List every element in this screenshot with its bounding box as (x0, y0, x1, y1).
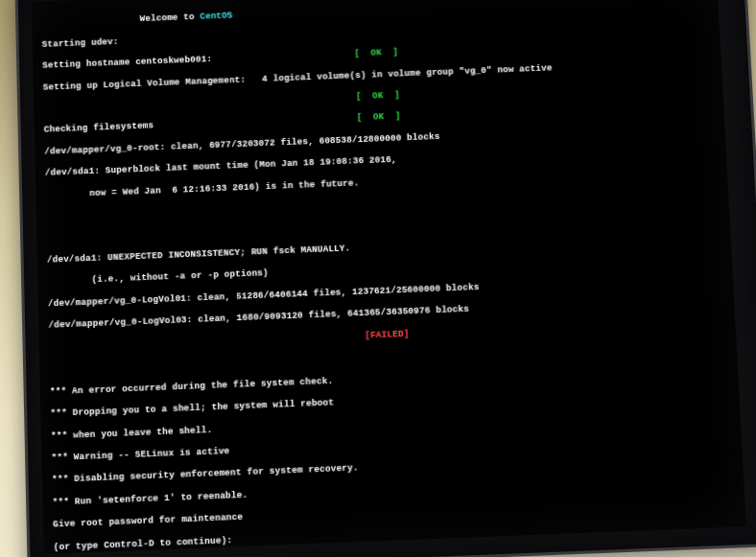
os-name: CentOS (200, 11, 232, 22)
monitor-frame: Welcome to CentOS Starting udev: Setting… (14, 0, 756, 557)
console-screen[interactable]: Welcome to CentOS Starting udev: Setting… (32, 0, 746, 554)
boot-log: Welcome to CentOS Starting udev: Setting… (32, 0, 746, 554)
status-ok: [ OK ] (354, 47, 398, 59)
